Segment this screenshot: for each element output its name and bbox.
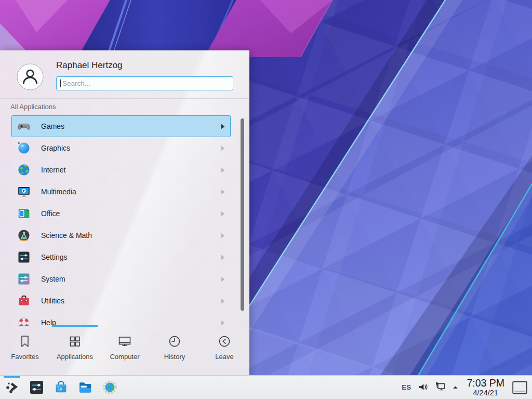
discover-icon	[53, 379, 69, 395]
submenu-arrow-icon	[221, 276, 225, 282]
category-row-graphics[interactable]: Graphics	[11, 137, 231, 159]
submenu-arrow-icon	[221, 233, 225, 238]
category-label: Utilities	[41, 297, 64, 305]
tab-bar: Favorites Applications Computer History …	[0, 326, 249, 375]
submenu-arrow-icon	[221, 255, 225, 260]
user-name: Raphael Hertzog	[56, 60, 123, 71]
category-row-system[interactable]: System	[11, 268, 231, 290]
tab-label: Leave	[215, 353, 233, 361]
utilities-icon	[17, 294, 31, 308]
category-label: Science & Math	[41, 231, 92, 240]
taskbar-app-1[interactable]	[52, 376, 70, 399]
submenu-arrow-icon	[221, 145, 225, 151]
taskbar-panel: ES 7:03 PM 4/24/21	[0, 375, 532, 399]
submenu-arrow-icon	[221, 124, 225, 129]
launcher-header: Raphael Hertzog	[0, 50, 249, 99]
tab-leave[interactable]: Leave	[200, 326, 249, 375]
show-desktop-button[interactable]	[512, 380, 528, 395]
taskbar-app-3[interactable]	[101, 376, 118, 399]
category-label: Graphics	[41, 144, 70, 152]
category-label: Office	[41, 209, 60, 218]
category-label: Settings	[41, 253, 68, 261]
kde-launcher-icon	[4, 379, 20, 395]
leave-icon	[217, 334, 232, 349]
section-label: All Applications	[10, 103, 56, 111]
category-label: Games	[41, 122, 64, 130]
submenu-arrow-icon	[221, 189, 225, 195]
tab-label: Computer	[110, 353, 139, 361]
system-icon	[17, 272, 31, 286]
category-label: Internet	[41, 166, 65, 174]
app-launcher-menu: Raphael Hertzog All Applications Games G…	[0, 50, 249, 375]
tab-computer[interactable]: Computer	[100, 326, 150, 375]
network-button[interactable]	[434, 381, 446, 393]
search-box	[56, 76, 233, 90]
science-icon	[17, 229, 31, 242]
search-input[interactable]	[56, 76, 233, 90]
show-desktop-icon	[512, 380, 528, 395]
submenu-arrow-icon	[221, 320, 225, 326]
user-avatar[interactable]	[17, 63, 44, 90]
category-row-help[interactable]: Help	[11, 312, 231, 326]
taskbar-app-2[interactable]	[76, 376, 94, 399]
network-icon	[434, 381, 446, 393]
category-row-internet[interactable]: Internet	[11, 159, 231, 181]
clock-time: 7:03 PM	[467, 378, 504, 389]
file-manager-icon	[77, 379, 94, 395]
category-row-games[interactable]: Games	[11, 115, 231, 137]
desktop: Raphael Hertzog All Applications Games G…	[0, 0, 532, 399]
office-icon	[17, 207, 31, 220]
system-tray: ES 7:03 PM 4/24/21	[401, 378, 528, 397]
category-row-office[interactable]: Office	[11, 203, 231, 224]
category-label: System	[41, 275, 65, 283]
taskbar-app-0[interactable]	[28, 376, 45, 399]
internet-icon	[17, 163, 31, 177]
settings-icon	[17, 250, 31, 264]
submenu-arrow-icon	[221, 211, 225, 217]
list-scrollbar[interactable]	[241, 118, 244, 311]
volume-icon	[417, 381, 429, 393]
tab-applications[interactable]: Applications	[50, 326, 100, 375]
category-row-settings[interactable]: Settings	[11, 246, 231, 268]
tab-label: Favorites	[11, 353, 38, 361]
web-browser-icon	[102, 379, 118, 395]
app-launcher-button[interactable]	[3, 376, 21, 399]
graphics-icon	[17, 141, 31, 155]
keyboard-layout-indicator[interactable]: ES	[401, 383, 412, 391]
category-row-science-math[interactable]: Science & Math	[11, 224, 231, 246]
digital-clock[interactable]: 7:03 PM 4/24/21	[467, 378, 504, 397]
help-icon	[17, 316, 31, 326]
multimedia-icon	[17, 185, 31, 198]
tab-label: History	[164, 353, 185, 361]
clock-date: 4/24/21	[467, 389, 504, 397]
history-icon	[167, 334, 182, 349]
games-icon	[17, 119, 31, 133]
tab-label: Applications	[57, 353, 93, 361]
tab-history[interactable]: History	[150, 326, 200, 375]
category-row-utilities[interactable]: Utilities	[11, 290, 231, 312]
category-label: Help	[41, 318, 56, 326]
category-label: Multimedia	[41, 188, 76, 196]
favorites-icon	[17, 334, 33, 349]
category-list: Games Graphics Internet Multimedia Offic…	[0, 115, 249, 326]
chevron-up-icon	[451, 383, 459, 391]
category-row-multimedia[interactable]: Multimedia	[11, 181, 231, 203]
submenu-arrow-icon	[221, 167, 225, 173]
submenu-arrow-icon	[221, 298, 225, 304]
system-settings-icon	[29, 379, 45, 395]
applications-icon	[67, 334, 83, 349]
computer-icon	[117, 334, 132, 349]
expand-tray-button[interactable]	[451, 383, 459, 391]
tab-favorites[interactable]: Favorites	[0, 326, 50, 375]
volume-button[interactable]	[417, 381, 429, 393]
